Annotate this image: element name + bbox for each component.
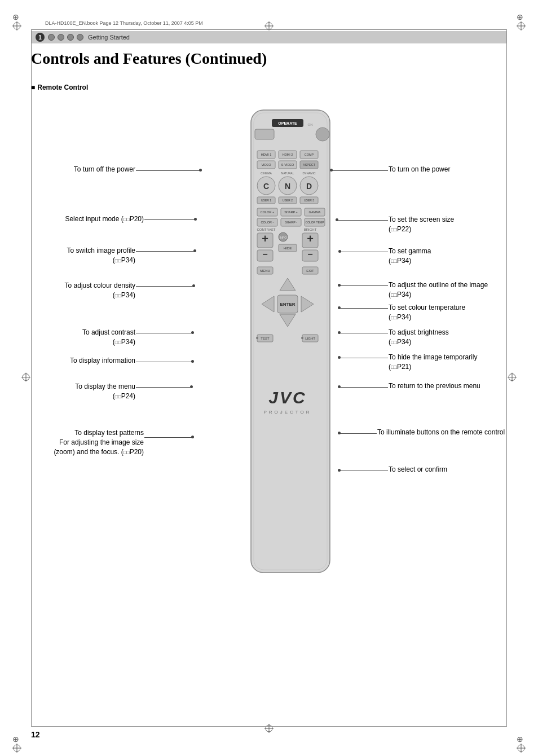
step-indicator: 1 xyxy=(36,33,45,42)
ann-illuminate: To illuminate buttons on the remote cont… xyxy=(377,428,507,436)
line-display-test xyxy=(144,437,192,438)
svg-text:COMP: COMP xyxy=(305,153,314,156)
svg-text:USER 1: USER 1 xyxy=(261,199,271,202)
ann-adjust-bright: To adjust brightness (□□P34) xyxy=(389,328,507,347)
svg-point-87 xyxy=(256,337,258,339)
svg-text:SHARP -: SHARP - xyxy=(285,221,297,224)
dot-display-menu xyxy=(190,385,193,388)
ann-turn-off: To turn off the power xyxy=(31,165,135,173)
svg-text:PROJECTOR: PROJECTOR xyxy=(263,410,311,415)
svg-text:MENU: MENU xyxy=(260,269,270,272)
section-header-text: Getting Started xyxy=(88,34,130,41)
remote-control-diagram: OFF OPERATE ON HDMI 1 HDMI 2 COMP VIDEO … xyxy=(237,104,344,591)
left-center-mark xyxy=(21,373,30,384)
step-dot xyxy=(67,34,74,41)
corner-mark-tr xyxy=(517,12,526,21)
ann-turn-on: To turn on the power xyxy=(389,165,507,173)
remote-svg: OFF OPERATE ON HDMI 1 HDMI 2 COMP VIDEO … xyxy=(237,104,344,590)
step-dots xyxy=(48,34,83,41)
dot-return-menu xyxy=(338,385,341,388)
right-center-mark xyxy=(508,373,517,384)
dot-turn-on xyxy=(330,169,333,172)
dot-adjust-outline xyxy=(338,284,341,287)
ann-switch-profile: To switch image profile (□□P34) xyxy=(31,246,135,265)
svg-text:C: C xyxy=(263,182,269,191)
bottom-center-mark xyxy=(264,724,274,735)
line-adjust-outline xyxy=(339,285,388,286)
line-switch-profile xyxy=(136,251,195,252)
content-area: OFF OPERATE ON HDMI 1 HDMI 2 COMP VIDEO … xyxy=(31,104,507,702)
svg-text:ENTER: ENTER xyxy=(280,302,295,307)
svg-point-19 xyxy=(316,128,329,141)
ann-return-menu: To return to the previous menu xyxy=(389,382,507,390)
dot-set-colour-temp xyxy=(338,306,341,309)
svg-text:D: D xyxy=(306,182,312,191)
corner-mark-tl xyxy=(12,12,21,21)
svg-text:−: − xyxy=(307,249,312,259)
ann-display-test: To display test patterns For adjusting t… xyxy=(31,428,144,456)
ann-display-menu: To display the menu (□□P24) xyxy=(31,382,135,401)
svg-text:SHARP +: SHARP + xyxy=(284,210,298,214)
ann-set-gamma: To set gamma (□□P34) xyxy=(389,247,507,266)
svg-text:VIDEO: VIDEO xyxy=(261,163,271,166)
svg-text:DYNAMIC: DYNAMIC xyxy=(302,172,315,175)
svg-point-88 xyxy=(301,337,303,339)
dot-hide-image xyxy=(338,356,341,359)
step-dot xyxy=(48,34,55,41)
dot-switch-profile xyxy=(193,249,196,252)
svg-text:+: + xyxy=(307,232,314,245)
line-select-input xyxy=(144,219,195,220)
svg-text:−: − xyxy=(262,249,267,259)
svg-text:COLOR TEMP: COLOR TEMP xyxy=(306,221,325,224)
svg-text:GAMMA: GAMMA xyxy=(309,210,321,214)
header-bar: 1 Getting Started xyxy=(31,31,507,43)
line-display-info xyxy=(136,362,192,362)
svg-text:HDMI 2: HDMI 2 xyxy=(283,153,293,156)
line-adjust-colour xyxy=(136,286,193,287)
ann-display-info: To display information xyxy=(31,357,135,364)
svg-text:USER 2: USER 2 xyxy=(283,199,293,202)
svg-text:HDMI 1: HDMI 1 xyxy=(261,153,272,156)
top-border xyxy=(31,29,507,30)
top-center-mark xyxy=(264,21,274,32)
bottom-border xyxy=(31,726,507,727)
dot-adjust-bright xyxy=(338,331,341,334)
svg-text:JVC: JVC xyxy=(268,388,306,407)
svg-text:S-VIDEO: S-VIDEO xyxy=(281,163,294,166)
step-dot xyxy=(58,34,64,41)
svg-text:BRIGHT: BRIGHT xyxy=(304,228,317,231)
svg-text:COLOR -: COLOR - xyxy=(261,221,274,224)
dot-display-info xyxy=(191,360,194,363)
svg-text:N: N xyxy=(285,182,290,191)
line-illuminate xyxy=(339,433,377,434)
svg-text:ASPECT: ASPECT xyxy=(303,163,316,166)
svg-text:COLOR +: COLOR + xyxy=(261,210,274,214)
ann-select-confirm: To select or confirm xyxy=(389,465,507,473)
line-adjust-contrast xyxy=(136,333,192,333)
section-label: Remote Control xyxy=(31,83,88,91)
line-turn-on xyxy=(332,170,388,171)
dot-select-input xyxy=(194,218,197,221)
svg-text:ON: ON xyxy=(308,123,313,126)
svg-text:CINEMA: CINEMA xyxy=(261,172,272,175)
line-select-confirm xyxy=(339,471,388,471)
page-title: Controls and Features (Continued) xyxy=(31,50,267,68)
line-display-menu xyxy=(136,387,191,388)
line-adjust-bright xyxy=(339,333,388,333)
line-return-menu xyxy=(339,387,388,388)
svg-rect-18 xyxy=(255,129,274,139)
ann-adjust-outline: To adjust the outline of the image (□□P3… xyxy=(389,280,507,300)
svg-text:+: + xyxy=(262,232,268,245)
line-set-screen xyxy=(337,220,388,221)
file-info: DLA-HD100E_EN.book Page 12 Thursday, Oct… xyxy=(45,20,203,26)
left-border xyxy=(31,29,32,727)
ann-adjust-contrast: To adjust contrast (□□P34) xyxy=(31,328,135,347)
svg-text:HIDE: HIDE xyxy=(284,247,292,250)
page-number: 12 xyxy=(31,730,40,739)
dot-adjust-contrast xyxy=(191,331,194,334)
ann-adjust-colour: To adjust colour density (□□P34) xyxy=(31,281,135,300)
dot-illuminate xyxy=(338,432,341,434)
svg-text:LIGHT: LIGHT xyxy=(305,337,315,340)
svg-text:OPERATE: OPERATE xyxy=(278,121,297,125)
dot-set-gamma xyxy=(338,250,341,253)
